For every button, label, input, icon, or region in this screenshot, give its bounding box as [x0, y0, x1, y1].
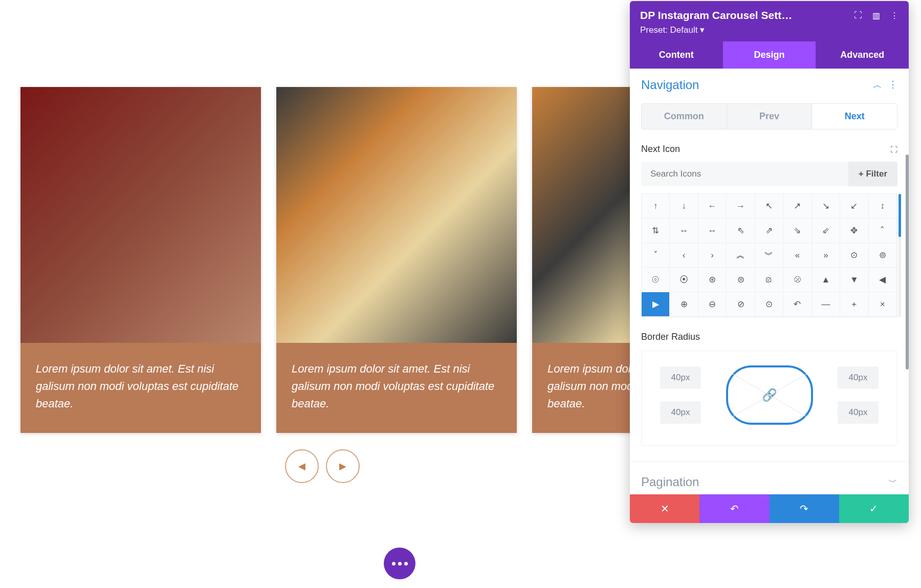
tab-content[interactable]: Content — [630, 41, 723, 69]
chevron-up-icon[interactable]: ︿ — [873, 79, 882, 91]
panel-tabs: Content Design Advanced — [630, 41, 909, 69]
icon-option[interactable]: ⊖ — [698, 292, 727, 317]
icon-option[interactable]: ⊕ — [670, 292, 698, 317]
carousel-cards: Lorem ipsum dolor sit amet. Est nisi gal… — [20, 87, 624, 433]
redo-button[interactable]: ↷ — [770, 494, 839, 523]
card-image — [276, 87, 517, 343]
icon-grid-scrollbar[interactable] — [898, 194, 901, 317]
icon-option[interactable]: ↔ — [670, 219, 698, 243]
icon-option[interactable]: ⦻ — [755, 268, 783, 292]
carousel-prev-button[interactable]: ◀ — [285, 449, 319, 483]
sub-tab-prev[interactable]: Prev — [727, 104, 813, 129]
icon-option[interactable]: ⦼ — [783, 268, 812, 292]
icon-option[interactable]: ▲ — [812, 268, 840, 292]
carousel-card[interactable]: Lorem ipsum dolor sit amet. Est nisi gal… — [20, 87, 261, 433]
settings-panel: DP Instagram Carousel Sett… ⛶ ▥ ⋮ Preset… — [630, 1, 909, 523]
undo-button[interactable]: ↶ — [699, 494, 769, 523]
icon-option[interactable]: ← — [698, 194, 727, 219]
panel-footer: ✕ ↶ ↷ ✓ — [630, 494, 909, 523]
icon-option[interactable]: ↔ — [698, 219, 727, 243]
section-navigation-title: Navigation — [641, 78, 699, 92]
icon-option[interactable]: ▶ — [642, 292, 670, 317]
icon-option[interactable]: « — [783, 243, 812, 268]
icon-option[interactable]: → — [727, 194, 755, 219]
search-icons-input[interactable] — [641, 162, 848, 186]
icon-option[interactable]: ⊙ — [755, 292, 783, 317]
tab-advanced[interactable]: Advanced — [816, 41, 909, 69]
icon-option[interactable]: ⇙ — [812, 219, 840, 243]
icon-option[interactable]: ◀ — [869, 268, 897, 292]
columns-icon[interactable]: ▥ — [872, 11, 880, 20]
icon-option[interactable]: ⦾ — [642, 268, 670, 292]
panel-body-scrollbar[interactable] — [906, 155, 909, 369]
border-radius-tr-input[interactable] — [838, 366, 879, 389]
icon-option[interactable]: ⇖ — [727, 219, 755, 243]
icon-option[interactable]: — — [812, 292, 840, 317]
tab-design[interactable]: Design — [723, 41, 816, 69]
more-vert-icon[interactable]: ⋮ — [890, 11, 898, 20]
icon-option[interactable]: ↕ — [869, 194, 897, 219]
border-radius-tl-input[interactable] — [660, 366, 701, 389]
icon-option[interactable]: ⊚ — [869, 243, 897, 268]
icon-option[interactable]: ⇘ — [783, 219, 812, 243]
icon-option[interactable]: ↗ — [783, 194, 812, 219]
icon-option[interactable]: ︾ — [755, 243, 783, 268]
icon-option[interactable]: ︽ — [727, 243, 755, 268]
icon-option[interactable]: ⊛ — [698, 268, 727, 292]
icon-option[interactable]: ⊙ — [840, 243, 868, 268]
icon-option[interactable]: ↓ — [670, 194, 698, 219]
next-icon-label: Next Icon — [641, 144, 680, 155]
card-caption: Lorem ipsum dolor sit amet. Est nisi gal… — [20, 343, 261, 433]
link-icon: 🔗 — [762, 388, 777, 402]
sub-tab-next[interactable]: Next — [812, 104, 897, 129]
card-image — [20, 87, 261, 343]
icon-option[interactable]: » — [812, 243, 840, 268]
border-radius-br-input[interactable] — [838, 401, 879, 424]
border-radius-link-toggle[interactable]: 🔗 — [726, 365, 813, 425]
more-icon — [392, 562, 408, 565]
chevron-down-icon[interactable]: ﹀ — [888, 476, 897, 488]
panel-title: DP Instagram Carousel Sett… — [640, 9, 792, 21]
icon-option[interactable]: › — [698, 243, 727, 268]
border-radius-bl-input[interactable] — [660, 401, 701, 424]
icon-option[interactable]: ▼ — [840, 268, 868, 292]
filter-button[interactable]: + Filter — [848, 162, 897, 186]
panel-header[interactable]: DP Instagram Carousel Sett… ⛶ ▥ ⋮ Preset… — [630, 1, 909, 41]
icon-option[interactable]: ↖ — [755, 194, 783, 219]
icon-option[interactable]: ✥ — [840, 219, 868, 243]
section-navigation-header[interactable]: Navigation ︿ ⋮ — [641, 78, 897, 92]
save-button[interactable]: ✓ — [839, 494, 909, 523]
section-pagination-title: Pagination — [641, 475, 699, 489]
section-pagination-header[interactable]: Pagination ﹀ — [641, 475, 897, 489]
icon-option[interactable]: ⇅ — [642, 219, 670, 243]
card-caption: Lorem ipsum dolor sit amet. Est nisi gal… — [276, 343, 517, 433]
expand-icon[interactable]: ⛶ — [854, 11, 862, 20]
close-button[interactable]: ✕ — [630, 494, 699, 523]
icon-options-icon[interactable]: ⛶ — [890, 145, 897, 154]
border-radius-control: 🔗 — [641, 351, 897, 446]
icon-option[interactable]: + — [840, 292, 868, 317]
carousel-nav: ◀ ▶ — [20, 449, 624, 483]
icon-option[interactable]: ⇗ — [755, 219, 783, 243]
panel-preset[interactable]: Preset: Default ▾ — [640, 25, 898, 35]
icon-option[interactable]: ↘ — [812, 194, 840, 219]
carousel-card[interactable]: Lorem ipsum dolor sit amet. Est nisi gal… — [276, 87, 517, 433]
nav-sub-tabs: Common Prev Next — [641, 103, 897, 129]
icon-option[interactable]: ˅ — [642, 243, 670, 268]
carousel-next-button[interactable]: ▶ — [326, 449, 360, 483]
fab-more-button[interactable] — [384, 548, 415, 579]
icon-option[interactable]: ˄ — [869, 219, 897, 243]
more-vert-icon[interactable]: ⋮ — [888, 79, 897, 91]
icon-option[interactable]: × — [869, 292, 897, 317]
sub-tab-common[interactable]: Common — [642, 104, 727, 129]
icon-option[interactable]: ‹ — [670, 243, 698, 268]
icon-option[interactable]: ↑ — [642, 194, 670, 219]
icon-option[interactable]: ↶ — [783, 292, 812, 317]
icon-picker-grid: ↑↓←→↖↗↘↙↕⇅↔↔⇖⇗⇘⇙✥˄˅‹›︽︾«»⊙⊚⦾⦿⊛⊜⦻⦼▲▼◀▶⊕⊖⊘… — [641, 193, 897, 317]
icon-option[interactable]: ⊘ — [727, 292, 755, 317]
icon-option[interactable]: ↙ — [840, 194, 868, 219]
panel-body[interactable]: Navigation ︿ ⋮ Common Prev Next Next Ico… — [630, 69, 909, 494]
icon-option[interactable]: ⦿ — [670, 268, 698, 292]
icon-option[interactable]: ⊜ — [727, 268, 755, 292]
carousel-preview: Lorem ipsum dolor sit amet. Est nisi gal… — [20, 87, 624, 483]
